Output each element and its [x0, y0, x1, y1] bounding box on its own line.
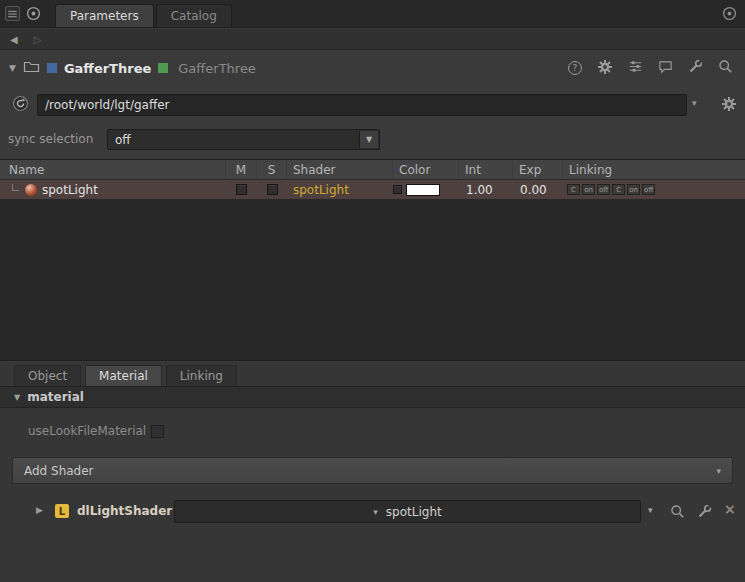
solo-cell [257, 180, 287, 199]
lights-table: Name M S Shader Color Int Exp Linking sp… [0, 159, 745, 361]
tab-linking-label: Linking [180, 369, 223, 383]
tab-catalog[interactable]: Catalog [156, 4, 232, 27]
shader-dropdown-icon[interactable]: ▾ [648, 505, 653, 515]
reload-icon[interactable] [12, 95, 29, 115]
light-shader-row: ▶ L dlLightShader ▾ spotLight ▾ × [0, 498, 745, 525]
shader-search-icon[interactable] [670, 504, 685, 522]
exposure-cell: 0.00 [513, 180, 563, 199]
linking-badge-c2[interactable]: C [612, 184, 625, 195]
shader-delete-icon[interactable]: × [724, 501, 736, 517]
spotlight-icon [25, 184, 37, 196]
panel-float-icon[interactable] [722, 6, 737, 21]
tab-material-label: Material [99, 369, 148, 383]
column-header-name[interactable]: Name [0, 160, 226, 179]
color-enable-checkbox[interactable] [393, 185, 402, 194]
column-header-linking[interactable]: Linking [563, 160, 745, 179]
add-shader-label: Add Shader [24, 464, 94, 478]
node-color-badge [47, 63, 57, 73]
light-shader-icon: L [55, 504, 69, 518]
path-row: ▾ [0, 93, 745, 119]
node-type: GafferThree [178, 61, 256, 76]
linking-badge-c1[interactable]: C [567, 184, 580, 195]
use-look-file-material-checkbox[interactable] [151, 425, 164, 438]
mute-cell [226, 180, 257, 199]
tab-material[interactable]: Material [85, 365, 162, 386]
color-swatch[interactable] [406, 184, 440, 196]
sync-selection-row: sync selection off ▼ [0, 128, 745, 152]
mute-checkbox[interactable] [236, 184, 247, 195]
history-forward-icon[interactable]: ▷ [34, 34, 42, 45]
solo-checkbox[interactable] [267, 184, 278, 195]
search-icon[interactable] [718, 59, 733, 77]
linking-cell: C on off C on off [563, 180, 745, 199]
sliders-icon[interactable] [628, 59, 643, 77]
bottom-tabs: Object Material Linking [14, 365, 237, 386]
tab-parameters-label: Parameters [70, 9, 139, 23]
shader-row-label: dlLightShader [77, 504, 172, 518]
scenegraph-path-input[interactable] [37, 94, 687, 116]
color-cell [393, 180, 459, 199]
tab-object[interactable]: Object [14, 365, 81, 386]
intensity-value[interactable]: 1.00 [466, 183, 493, 197]
panel-tabs: Parameters Catalog [55, 4, 234, 27]
intensity-cell: 1.00 [459, 180, 513, 199]
add-shader-chevron-icon: ▾ [716, 466, 721, 476]
column-header-color[interactable]: Color [393, 160, 459, 179]
shader-cell: spotLight [287, 180, 393, 199]
column-header-exp[interactable]: Exp [513, 160, 563, 179]
material-expander-icon[interactable]: ▼ [14, 393, 20, 402]
node-header: ▼ GafferThree GafferThree ? [0, 53, 745, 83]
node-header-toolbar: ? [568, 53, 733, 83]
shader-field-value: spotLight [386, 505, 442, 519]
wrench-icon[interactable] [688, 59, 703, 77]
table-empty-area [0, 199, 745, 360]
shader-value[interactable]: spotLight [293, 183, 349, 197]
panel-tabbar: Parameters Catalog [0, 0, 745, 28]
tab-catalog-label: Catalog [171, 9, 217, 23]
use-look-file-material-label: useLookFileMaterial [28, 424, 146, 438]
light-name: spotLight [42, 183, 98, 197]
material-section-header[interactable]: ▼ material [0, 386, 745, 408]
column-header-mute[interactable]: M [226, 160, 257, 179]
tab-parameters[interactable]: Parameters [55, 4, 154, 27]
panel-target-icon[interactable] [26, 6, 41, 21]
column-header-int[interactable]: Int [459, 160, 513, 179]
column-header-solo[interactable]: S [257, 160, 287, 179]
history-back-icon[interactable]: ◀ [10, 34, 18, 45]
shader-field-chevron-icon: ▾ [373, 507, 378, 517]
material-panel: Object Material Linking ▼ material useLo… [0, 362, 745, 582]
sync-dropdown-arrow-icon[interactable]: ▼ [359, 131, 378, 148]
exposure-value[interactable]: 0.00 [520, 183, 547, 197]
comment-icon[interactable] [658, 59, 673, 77]
linking-badge-off2[interactable]: off [642, 184, 655, 195]
lights-table-header: Name M S Shader Color Int Exp Linking [0, 160, 745, 180]
path-gear-icon[interactable] [721, 96, 737, 115]
linking-badge-off1[interactable]: off [597, 184, 610, 195]
sync-selection-value: off [115, 133, 131, 147]
katana-parameters-panel: Parameters Catalog ◀ ▷ ▼ GafferThree Gaf… [0, 0, 745, 582]
sync-selection-label: sync selection [8, 132, 93, 146]
column-header-shader[interactable]: Shader [287, 160, 393, 179]
use-look-file-material-row: useLookFileMaterial [28, 424, 164, 438]
gear-icon[interactable] [597, 59, 613, 78]
node-name: GafferThree [64, 61, 151, 76]
node-expander-icon[interactable]: ▼ [9, 63, 16, 73]
material-section-title: material [27, 390, 84, 404]
path-dropdown-icon[interactable]: ▾ [692, 98, 697, 108]
panel-menu-icon[interactable] [5, 6, 20, 21]
table-row-spotlight[interactable]: spotLight spotLight 1.00 0.00 C [0, 180, 745, 199]
sync-selection-dropdown[interactable]: off ▼ [107, 129, 380, 150]
help-icon[interactable]: ? [568, 61, 582, 75]
folder-icon [23, 60, 40, 77]
tab-linking[interactable]: Linking [166, 365, 237, 386]
node-status-badge [158, 63, 168, 73]
linking-badge-on2[interactable]: on [627, 184, 640, 195]
add-shader-dropdown[interactable]: Add Shader ▾ [12, 457, 733, 484]
shader-wrench-icon[interactable] [697, 504, 712, 522]
tree-branch-icon [12, 184, 19, 191]
shader-expander-icon[interactable]: ▶ [36, 505, 43, 515]
tab-object-label: Object [28, 369, 67, 383]
light-name-cell: spotLight [0, 180, 226, 199]
linking-badge-on1[interactable]: on [582, 184, 595, 195]
shader-name-field[interactable]: ▾ spotLight [174, 500, 641, 523]
